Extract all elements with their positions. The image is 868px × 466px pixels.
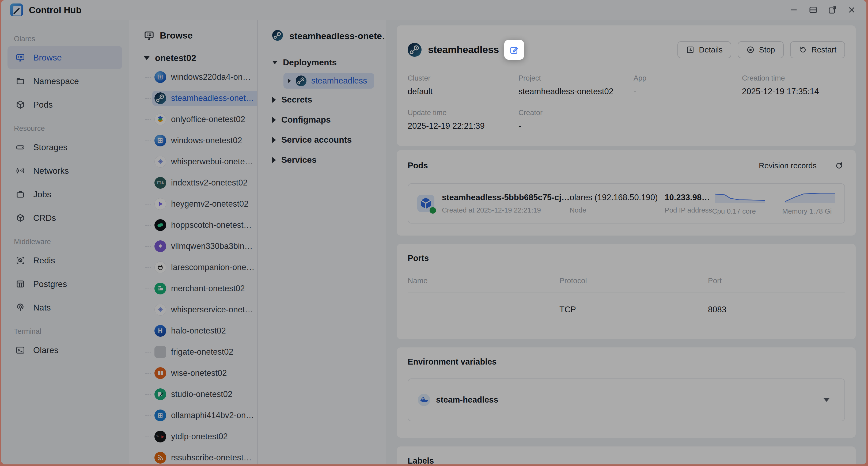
refresh-icon[interactable] [833, 160, 845, 172]
labels-card: Labels [397, 446, 856, 464]
app-label: onlyoffice-onetest02 [171, 115, 245, 124]
button-label: Restart [811, 45, 836, 54]
port-protocol-cell: TCP [559, 305, 708, 314]
app-label: heygemv2-onetest02 [171, 199, 249, 209]
tree-item-onlyoffice[interactable]: onlyoffice-onetest02 [145, 109, 257, 130]
tree-root-onetest02[interactable]: onetest02 [129, 41, 257, 63]
sidebar-item-label: Namespace [33, 76, 79, 86]
tree-node-deployments[interactable]: Deployments [258, 53, 386, 72]
pod-row[interactable]: steamheadless-5bbb685c75-cj… Created at … [408, 183, 845, 223]
close-icon[interactable] [846, 4, 857, 15]
tree-item-steamheadless[interactable]: steamheadless-onet… [145, 88, 257, 109]
chevron-right-icon [288, 79, 291, 83]
details-button[interactable]: Details [677, 41, 731, 58]
deployment-details: Clusterdefault Projectsteamheadless-onet… [408, 74, 845, 131]
browse-panel-header: Browse [129, 20, 257, 41]
tree-item-ollamaphi[interactable]: ⊞ollamaphi414bv2-on… [145, 405, 257, 426]
cat-app-icon [154, 261, 166, 273]
sidebar-item-browse[interactable]: Browse [7, 46, 122, 69]
tree-item-heygemv2[interactable]: heygemv2-onetest02 [145, 193, 257, 214]
tree-item-whisperservice[interactable]: ✳whisperservice-onet… [145, 299, 257, 320]
sidebar-item-namespace[interactable]: Namespace [7, 69, 122, 93]
tree-item-rssubscribe[interactable]: rssubscribe-onetest… [145, 447, 257, 464]
crds-cube-icon [16, 213, 25, 223]
deployment-header-card: steamheadless Details Stop [397, 25, 856, 146]
pod-node-label: Node [569, 206, 664, 214]
tree-item-studio[interactable]: studio-onetest02 [145, 383, 257, 405]
tree-node-label: Services [281, 155, 317, 165]
tree-item-frigate[interactable]: frigate-onetest02 [145, 341, 257, 363]
ports-col-protocol: Protocol [559, 277, 708, 285]
tree-item-windows220da4[interactable]: ⊞windows220da4-on… [145, 66, 257, 88]
sidebar-item-label: Jobs [33, 189, 52, 199]
tree-item-halo[interactable]: Hhalo-onetest02 [145, 320, 257, 341]
stop-button[interactable]: Stop [738, 41, 784, 58]
port-number-cell: 8083 [708, 305, 845, 314]
sidebar-item-networks[interactable]: Networks [7, 159, 122, 183]
tree-item-windows[interactable]: ⊞windows-onetest02 [145, 130, 257, 151]
app-label: halo-onetest02 [171, 326, 226, 336]
app-label: windows-onetest02 [171, 136, 242, 145]
tree-node-steamheadless-deployment[interactable]: steamheadless [283, 73, 374, 89]
sidebar-item-pods[interactable]: Pods [7, 93, 122, 117]
tree-item-vllmqwen[interactable]: ✶vllmqwen330ba3bin… [145, 236, 257, 257]
sidebar-item-postgres[interactable]: Postgres [7, 272, 122, 296]
env-container-row[interactable]: steam-headless [408, 378, 845, 421]
terminal-icon [16, 345, 25, 355]
sidebar-item-crds[interactable]: CRDs [7, 206, 122, 230]
app-label: whisperservice-onet… [171, 305, 253, 314]
revision-records-button[interactable]: Revision records [759, 161, 816, 170]
tree-item-wise[interactable]: wise-onetest02 [145, 363, 257, 383]
browse-panel-title: Browse [160, 30, 193, 41]
maximize-icon[interactable] [807, 4, 819, 15]
window-title: Control Hub [29, 5, 81, 15]
tree-node-service-accounts[interactable]: Service accounts [258, 130, 386, 150]
tree-node-label: Deployments [283, 58, 337, 67]
main-content: steamheadless Details Stop [386, 20, 866, 464]
pods-cube-icon [16, 100, 25, 110]
whisper-app-icon: ✳ [154, 304, 166, 316]
app-label: ollamaphi414bv2-on… [171, 411, 254, 420]
project-value: steamheadless-onetest02 [519, 87, 633, 96]
chevron-down-icon[interactable] [824, 398, 830, 402]
tree-node-services[interactable]: Services [258, 150, 386, 170]
tree-item-hoppscotch[interactable]: hoppscotch-onetest… [145, 214, 257, 236]
steam-app-icon [272, 30, 284, 42]
ports-col-name: Name [408, 277, 559, 285]
browse-icon [144, 30, 154, 41]
sidebar-item-olares-terminal[interactable]: Olares [7, 338, 122, 362]
sidebar-item-redis[interactable]: Redis [7, 249, 122, 272]
app-label: wise-onetest02 [171, 368, 227, 378]
tree-item-whisperwebui[interactable]: ✳whisperwebui-onete… [145, 151, 257, 172]
open-external-icon[interactable] [827, 4, 838, 15]
button-label: Details [699, 45, 723, 54]
creation-time-label: Creation time [742, 74, 845, 83]
tree-node-secrets[interactable]: Secrets [258, 90, 386, 110]
sidebar-item-storages[interactable]: Storages [7, 135, 122, 159]
creator-label: Creator [519, 109, 633, 117]
tree-root-label: onetest02 [155, 53, 196, 63]
pod-created-at: Created at 2025-12-19 22:21:19 [442, 206, 569, 214]
titlebar: Control Hub [1, 0, 866, 20]
sidebar-item-jobs[interactable]: Jobs [7, 183, 122, 206]
chevron-down-icon [144, 56, 150, 60]
minimize-icon[interactable] [788, 4, 800, 15]
port-name-cell [408, 305, 559, 314]
button-label: Stop [759, 45, 775, 54]
app-label: hoppscotch-onetest… [171, 220, 252, 230]
tree-item-larescompanion[interactable]: larescompanion-one… [145, 257, 257, 278]
tree-item-indexttsv2[interactable]: TTSindexttsv2-onetest02 [145, 172, 257, 193]
edit-name-button[interactable] [504, 40, 524, 60]
update-time-value: 2025-12-19 22:21:39 [408, 121, 519, 131]
sidebar-item-nats[interactable]: Nats [7, 296, 122, 319]
tree-item-ytdlp[interactable]: >_▶ytdlp-onetest02 [145, 426, 257, 447]
studio-app-icon [154, 389, 166, 400]
restart-button[interactable]: Restart [790, 41, 845, 58]
app-label: steamheadless-onet… [171, 93, 254, 103]
chevron-right-icon [272, 117, 276, 123]
tree-node-configmaps[interactable]: Configmaps [258, 110, 386, 130]
app-label: ytdlp-onetest02 [171, 432, 228, 441]
tree-item-merchant[interactable]: merchant-onetest02 [145, 278, 257, 299]
ports-col-port: Port [708, 277, 845, 285]
restart-icon [799, 45, 807, 54]
